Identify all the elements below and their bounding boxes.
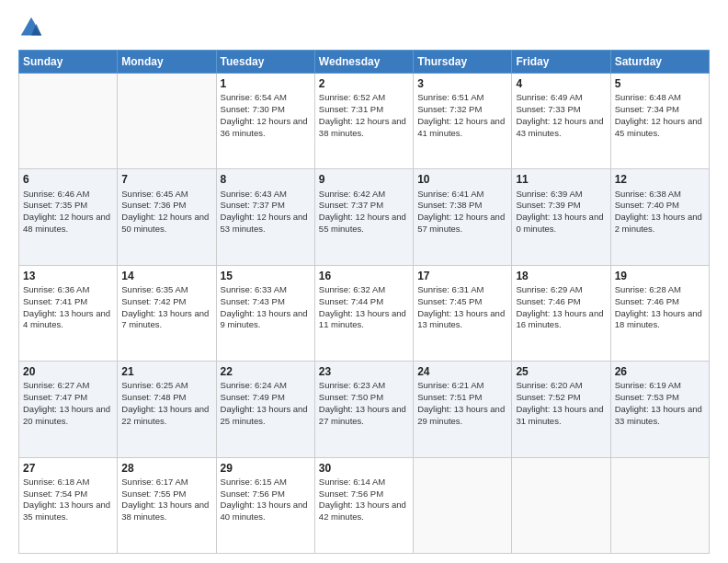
day-number: 5 [615,76,705,91]
calendar-day-cell: 1Sunrise: 6:54 AMSunset: 7:30 PMDaylight… [216,74,314,169]
calendar-day-cell: 18Sunrise: 6:29 AMSunset: 7:46 PMDayligh… [512,265,610,361]
sunset-text: Sunset: 7:31 PM [319,104,383,114]
sunset-text: Sunset: 7:39 PM [516,200,580,210]
daylight-text: Daylight: 12 hours and 55 minutes. [319,212,406,234]
sunset-text: Sunset: 7:54 PM [23,488,87,499]
sunrise-text: Sunrise: 6:46 AM [23,189,89,199]
sunset-text: Sunset: 7:40 PM [615,200,679,210]
sunrise-text: Sunrise: 6:42 AM [319,189,385,199]
day-number: 6 [23,172,113,187]
calendar-day-cell: 21Sunrise: 6:25 AMSunset: 7:48 PMDayligh… [118,362,216,457]
day-number: 29 [221,461,311,476]
sunset-text: Sunset: 7:56 PM [319,488,383,499]
day-number: 17 [417,269,507,283]
day-number: 15 [221,269,311,283]
day-number: 11 [516,172,606,187]
day-number: 26 [615,364,705,379]
day-number: 22 [221,364,311,379]
calendar-week-row: 20Sunrise: 6:27 AMSunset: 7:47 PMDayligh… [19,362,710,457]
daylight-text: Daylight: 13 hours and 18 minutes. [615,308,702,330]
calendar-day-cell [414,457,512,553]
calendar-header-row: SundayMondayTuesdayWednesdayThursdayFrid… [19,51,710,74]
calendar-day-cell [118,74,216,169]
calendar-day-cell: 17Sunrise: 6:31 AMSunset: 7:45 PMDayligh… [414,265,512,361]
day-number: 9 [319,172,409,187]
sunset-text: Sunset: 7:32 PM [417,104,482,114]
calendar-day-cell: 13Sunrise: 6:36 AMSunset: 7:41 PMDayligh… [19,265,118,361]
sunset-text: Sunset: 7:41 PM [23,296,87,306]
day-number: 12 [615,172,705,187]
calendar-day-cell [512,457,610,553]
day-number: 21 [121,364,211,379]
calendar-day-cell: 3Sunrise: 6:51 AMSunset: 7:32 PMDaylight… [414,74,512,169]
sunset-text: Sunset: 7:50 PM [319,392,383,402]
sunset-text: Sunset: 7:33 PM [516,104,580,114]
sunrise-text: Sunrise: 6:51 AM [417,92,483,102]
daylight-text: Daylight: 13 hours and 2 minutes. [615,212,702,234]
sunset-text: Sunset: 7:44 PM [319,296,383,306]
sunrise-text: Sunrise: 6:18 AM [23,477,89,487]
calendar-day-cell: 20Sunrise: 6:27 AMSunset: 7:47 PMDayligh… [19,362,118,457]
sunrise-text: Sunrise: 6:41 AM [417,189,483,199]
sunrise-text: Sunrise: 6:23 AM [319,380,385,390]
daylight-text: Daylight: 13 hours and 20 minutes. [23,404,110,426]
calendar-day-cell: 27Sunrise: 6:18 AMSunset: 7:54 PMDayligh… [19,457,118,553]
sunrise-text: Sunrise: 6:24 AM [221,380,287,390]
calendar-day-cell: 8Sunrise: 6:43 AMSunset: 7:37 PMDaylight… [216,169,314,265]
sunset-text: Sunset: 7:48 PM [121,392,186,402]
day-number: 14 [121,269,211,283]
daylight-text: Daylight: 13 hours and 31 minutes. [516,404,603,426]
daylight-text: Daylight: 13 hours and 38 minutes. [121,500,209,522]
calendar-day-cell: 12Sunrise: 6:38 AMSunset: 7:40 PMDayligh… [610,169,709,265]
day-number: 18 [516,269,606,283]
day-number: 24 [417,364,507,379]
sunrise-text: Sunrise: 6:54 AM [221,92,287,102]
sunset-text: Sunset: 7:47 PM [23,392,87,402]
header [18,15,710,40]
sunset-text: Sunset: 7:46 PM [615,296,679,306]
daylight-text: Daylight: 13 hours and 27 minutes. [319,404,406,426]
sunrise-text: Sunrise: 6:39 AM [516,189,582,199]
daylight-text: Daylight: 13 hours and 40 minutes. [221,500,308,522]
calendar-day-cell: 26Sunrise: 6:19 AMSunset: 7:53 PMDayligh… [610,362,709,457]
day-number: 30 [319,461,409,476]
daylight-text: Daylight: 13 hours and 25 minutes. [221,404,308,426]
sunrise-text: Sunrise: 6:27 AM [23,380,89,390]
daylight-text: Daylight: 13 hours and 16 minutes. [516,308,603,330]
calendar-day-cell: 4Sunrise: 6:49 AMSunset: 7:33 PMDaylight… [512,74,610,169]
calendar-day-cell: 7Sunrise: 6:45 AMSunset: 7:36 PMDaylight… [118,169,216,265]
sunrise-text: Sunrise: 6:25 AM [121,380,188,390]
sunrise-text: Sunrise: 6:49 AM [516,92,582,102]
calendar-day-cell: 30Sunrise: 6:14 AMSunset: 7:56 PMDayligh… [314,457,413,553]
sunset-text: Sunset: 7:53 PM [615,392,679,402]
calendar-day-header: Tuesday [216,51,314,74]
logo-icon [18,15,44,40]
sunrise-text: Sunrise: 6:17 AM [121,477,188,487]
sunset-text: Sunset: 7:49 PM [221,392,285,402]
daylight-text: Daylight: 13 hours and 9 minutes. [221,308,308,330]
day-number: 3 [417,76,507,91]
sunset-text: Sunset: 7:35 PM [23,200,87,210]
sunset-text: Sunset: 7:36 PM [121,200,186,210]
sunset-text: Sunset: 7:38 PM [417,200,482,210]
calendar-day-header: Friday [512,51,610,74]
sunrise-text: Sunrise: 6:21 AM [417,380,483,390]
day-number: 27 [23,461,113,476]
sunrise-text: Sunrise: 6:33 AM [221,284,287,294]
calendar-day-cell: 16Sunrise: 6:32 AMSunset: 7:44 PMDayligh… [314,265,413,361]
day-number: 2 [319,76,409,91]
day-number: 13 [23,269,113,283]
calendar-week-row: 13Sunrise: 6:36 AMSunset: 7:41 PMDayligh… [19,265,710,361]
day-number: 1 [221,76,311,91]
sunset-text: Sunset: 7:51 PM [417,392,482,402]
daylight-text: Daylight: 13 hours and 11 minutes. [319,308,406,330]
sunset-text: Sunset: 7:46 PM [516,296,580,306]
day-number: 16 [319,269,409,283]
sunrise-text: Sunrise: 6:14 AM [319,477,385,487]
daylight-text: Daylight: 12 hours and 48 minutes. [23,212,110,234]
calendar-day-cell: 14Sunrise: 6:35 AMSunset: 7:42 PMDayligh… [118,265,216,361]
sunrise-text: Sunrise: 6:38 AM [615,189,681,199]
sunrise-text: Sunrise: 6:35 AM [121,284,188,294]
daylight-text: Daylight: 12 hours and 50 minutes. [121,212,209,234]
daylight-text: Daylight: 13 hours and 7 minutes. [121,308,209,330]
